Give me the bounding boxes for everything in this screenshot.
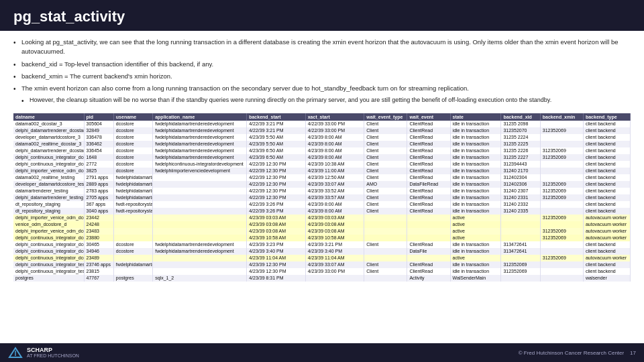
table-cell-wait_event_type: Client — [364, 261, 407, 268]
table-cell-wait_event — [407, 235, 450, 241]
table-cell-backend_xmin: 312352069 — [540, 228, 583, 235]
table-row: dt_repository_staging3040 appsfwdt-repos… — [13, 208, 631, 215]
table-row: datama002_realtime_testing2791 appsfwdel… — [13, 174, 631, 181]
table-cell-backend_xmin: 312352069 — [540, 194, 583, 201]
table-cell-usename: dcostore — [113, 127, 152, 134]
table-cell-wait_event: ClientRead — [407, 208, 450, 215]
table-cell-state: idle in transaction — [450, 181, 501, 188]
bullet-item-b4: The xmin event horizon can also come fro… — [13, 84, 631, 93]
table-cell-backend_xid: 312394443 — [501, 161, 540, 168]
table-row: developer_datamartdcostore_testing2889 a… — [13, 181, 631, 188]
table-row: delphi_continuous_integrator_dcostan_327… — [13, 161, 631, 168]
table-cell-state: active — [450, 255, 501, 261]
table-cell-wait_event: ClientRead — [407, 134, 450, 141]
table-cell-datname: postgres — [13, 275, 84, 282]
table-cell-state: idle in transaction — [450, 168, 501, 174]
table-cell-wait_event: ClientRead — [407, 121, 450, 127]
table-cell-backend_xmin — [540, 275, 583, 282]
bullet-item-b5: However, the cleanup situation will be n… — [13, 96, 631, 105]
table-cell-application_name: fwdelphidatamartrenderedevelopment — [153, 147, 247, 154]
table-cell-usename: dcostore — [113, 241, 152, 248]
table-cell-application_name: sqlx_1_2 — [153, 275, 247, 282]
table-row: datama002_realtime_dcostar_3336462dcosto… — [13, 141, 631, 147]
table-cell-wait_event: DataFile — [407, 248, 450, 255]
col-header-wet: wait_event_type — [364, 113, 407, 121]
table-row: delphi_continuous_integrator_dcostan_330… — [13, 241, 631, 248]
col-header-state: state — [450, 113, 501, 121]
table-cell-state: idle in transaction — [450, 161, 501, 168]
table-cell-backend_start: 4/23/39 8:31 PM — [247, 275, 306, 282]
table-cell-backend_start: 4/22/39 12:30 PM — [247, 174, 306, 181]
col-header-bxid: backend_xid — [501, 113, 540, 121]
table-cell-application_name — [153, 174, 247, 181]
table-cell-backend_xid — [501, 228, 540, 235]
table-cell-xact_start: 4/23/39 8:00 AM — [305, 154, 364, 161]
table-cell-wait_event_type — [364, 255, 407, 261]
table-cell-backend_type: client backend — [583, 154, 630, 161]
table-cell-application_name — [153, 208, 247, 215]
table-cell-backend_xmin — [540, 168, 583, 174]
table-cell-application_name: fwdelphidatamartrenderedevelopment — [153, 154, 247, 161]
table-cell-wait_event — [407, 215, 450, 221]
table-cell-xact_start: 4/23/39 10:38 AM — [305, 161, 364, 168]
table-cell-state: idle in transaction — [450, 174, 501, 181]
table-row: delphi_continuous_integrator_dcostan_323… — [13, 255, 631, 261]
table-cell-application_name: fwdelphidatamartrenderedevelopment — [153, 127, 247, 134]
table-cell-datname: delphi_continuous_integrator_dcostan_3 — [13, 235, 84, 241]
table-cell-xact_start: 4/23/39 03:03 AM — [305, 215, 364, 221]
table-cell-backend_start: 4/22/39 12:30 PM — [247, 194, 306, 201]
table-cell-xact_start: 4/23/39 33:52 AM — [305, 188, 364, 194]
table-cell-pid: 336478 — [84, 134, 113, 141]
footer-copyright: © Fred Hutchinson Cancer Research Center… — [519, 350, 636, 356]
table-cell-backend_start: 4/22/39 3:21 PM — [247, 121, 306, 127]
table-cell-usename: postgres — [113, 275, 152, 282]
table-cell-datname: delphi_continuous_integrator_dcostan_3 — [13, 255, 84, 261]
table-cell-datname: dt_repository_staging — [13, 208, 84, 215]
table-cell-xact_start: 4/23/39 8:00 AM — [305, 201, 364, 208]
table-cell-pid: 336462 — [84, 141, 113, 147]
bullet-item-b3: backend_xmin = The current backend's xmi… — [13, 72, 631, 81]
table-cell-backend_type: client backend — [583, 208, 630, 215]
table-row: delphi_continuous_integrator_testing2374… — [13, 261, 631, 268]
table-cell-datname: delphi_continuous_integrator_dcostan_3 — [13, 154, 84, 161]
table-cell-backend_xmin — [540, 261, 583, 268]
table-cell-state: idle in transaction — [450, 141, 501, 147]
table-cell-wait_event: ClientRead — [407, 201, 450, 208]
col-header-appname: application_name — [153, 113, 247, 121]
table-cell-wait_event: ClientRead — [407, 188, 450, 194]
table-cell-backend_xid: 312352069 — [501, 261, 540, 268]
table-row: delphi_datamartrenderer_dcostan_332849dc… — [13, 127, 631, 134]
table-cell-xact_start: 4/23/39 11:00 AM — [305, 168, 364, 174]
table-cell-wait_event_type — [364, 228, 407, 235]
table-cell-usename: fwdelphidatamartrenderedevelopment — [113, 194, 152, 201]
table-cell-pid: 23489 — [84, 255, 113, 261]
table-cell-wait_event_type: Client — [364, 127, 407, 134]
page: pg_stat_activity Looking at pg_stat_acti… — [0, 0, 644, 362]
table-row: delphi_importer_venice_odm_dcostore_1382… — [13, 168, 631, 174]
table-cell-datname: datama002_dcostar_3 — [13, 121, 84, 127]
table-cell-backend_xid — [501, 235, 540, 241]
col-header-pid: pid — [84, 113, 113, 121]
table-cell-backend_start: 4/22/39 12:30 PM — [247, 161, 306, 168]
table-cell-application_name: fwdelphicontinuous-integratordevelopment — [153, 161, 247, 168]
table-cell-xact_start: 4/23/39 10:58 AM — [305, 235, 364, 241]
table-cell-wait_event_type: Client — [364, 154, 407, 161]
table-cell-backend_xid: 31240 2332 — [501, 201, 540, 208]
table-cell-backend_type: client backend — [583, 248, 630, 255]
table-cell-backend_xid: 31240 2335 — [501, 208, 540, 215]
table-cell-wait_event: ClientRead — [407, 141, 450, 147]
table-row: delphi_datamartrenderer_dcostan_3336454d… — [13, 147, 631, 154]
table-row: delphi_datamartrenderer_testing2705 apps… — [13, 194, 631, 201]
table-cell-backend_start: 4/23/39 10:58 AM — [247, 235, 306, 241]
table-cell-backend_xid: 312352070 — [501, 127, 540, 134]
table-cell-application_name — [153, 261, 247, 268]
table-cell-xact_start: 4/23/39 33:07 AM — [305, 261, 364, 268]
footer-logo-text-block: SCHARP AT FRED HUTCHINSON — [27, 347, 79, 359]
table-cell-wait_event_type: Client — [364, 121, 407, 127]
table-cell-state: idle in transaction — [450, 188, 501, 194]
table-cell-backend_xmin: 312352069 — [540, 255, 583, 261]
table-cell-pid: 367 apps — [84, 201, 113, 208]
table-cell-application_name: fwdelphidatamartrenderedevelopment — [153, 241, 247, 248]
table-cell-application_name — [153, 194, 247, 201]
table-cell-wait_event_type: Client — [364, 174, 407, 181]
